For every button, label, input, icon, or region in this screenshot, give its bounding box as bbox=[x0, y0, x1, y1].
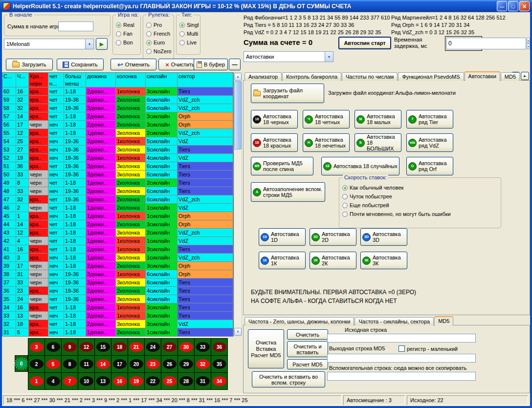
right-panel-tab-2[interactable]: Частоты по числам bbox=[342, 72, 398, 81]
dk-bet-button-0-2[interactable]: 3DАвтоставка 3D bbox=[360, 228, 407, 246]
toolbar-button-4[interactable]: В буфер bbox=[194, 59, 228, 70]
clear-paste-aux-button[interactable]: Очистить и вставить во вспом. строку bbox=[252, 371, 325, 387]
history-row-45[interactable]: 451кра..неч1-181дюжи...1колонка1сиклайнO… bbox=[2, 212, 233, 220]
bet-button-2-2[interactable]: ОАвтоставка ряд Orf bbox=[406, 157, 453, 175]
history-row-34[interactable]: 3416кра..чет1-182дюжи...1колонка3сиклайн… bbox=[2, 303, 233, 312]
board-number-6[interactable]: 6 bbox=[45, 339, 61, 355]
board-number-2[interactable]: 2 bbox=[28, 356, 44, 372]
history-row-43[interactable]: 4312кра..чет1-181дюжи...3колонка2сиклайн… bbox=[2, 229, 233, 237]
history-row-51[interactable]: 5136кра..чет19-363дюжи...3колонка6сиклай… bbox=[2, 162, 233, 171]
board-number-28[interactable]: 28 bbox=[178, 373, 194, 389]
board-number-34[interactable]: 34 bbox=[211, 373, 227, 389]
history-row-42[interactable]: 424чернчет1-181дюжи...1колонка1сиклайнVd… bbox=[2, 237, 233, 245]
board-number-18[interactable]: 18 bbox=[111, 339, 128, 355]
history-row-60[interactable]: 6016кра..чет1-182дюжи...1колонка3сиклайн… bbox=[2, 87, 233, 96]
toolbar-button-1[interactable]: Сохранить bbox=[57, 59, 104, 70]
start-sum-input[interactable] bbox=[58, 21, 93, 31]
history-row-52[interactable]: 5219кра..неч19-362дюжи...1колонка4сиклай… bbox=[2, 154, 233, 162]
board-number-23[interactable]: 23 bbox=[145, 356, 161, 372]
board-number-5[interactable]: 5 bbox=[45, 356, 61, 372]
autospin-start-button[interactable]: Автоспин старт bbox=[338, 37, 391, 49]
board-number-12[interactable]: 12 bbox=[78, 339, 94, 355]
history-row-32[interactable]: 3218кра..чет1-182дюжи...3колонка3сиклайн… bbox=[2, 320, 233, 328]
board-number-7[interactable]: 7 bbox=[62, 373, 78, 389]
history-row-33[interactable]: 3313черннеч1-182дюжи...1колонка3сиклайнT… bbox=[2, 312, 233, 320]
bottom-panel-tab-2[interactable]: MD5 bbox=[434, 316, 453, 326]
game-radio-option[interactable]: Fan bbox=[116, 30, 140, 38]
history-row-31[interactable]: 315кра..неч1-181дюжи...2колонка1сиклайнT… bbox=[2, 328, 233, 337]
dk-bet-button-0-0[interactable]: 1DАвтоставка 1D bbox=[259, 228, 306, 246]
history-row-55[interactable]: 5512кра..чет1-181дюжи...3колонка2сиклайн… bbox=[2, 129, 233, 137]
bet-button-2-0[interactable]: М5Проверить МД5 после спина bbox=[251, 157, 313, 175]
bet-button-1-2[interactable]: БАвтоставка 18 БОЛЬШИХ bbox=[355, 133, 401, 152]
board-number-15[interactable]: 15 bbox=[95, 339, 111, 355]
board-number-36[interactable]: 36 bbox=[211, 339, 227, 355]
minimize-button[interactable]: — bbox=[497, 1, 507, 11]
game-radio-option[interactable]: Real bbox=[116, 21, 140, 29]
board-number-32[interactable]: 32 bbox=[195, 356, 211, 372]
toolbar-button-2[interactable]: ↩Отменить bbox=[111, 59, 156, 70]
history-row-39[interactable]: 3917черннеч1-182дюжи...2колонка3сиклайнO… bbox=[2, 262, 233, 270]
source-string-input[interactable] bbox=[327, 334, 476, 343]
roulette-radio-option[interactable]: NoZero bbox=[146, 47, 174, 55]
load-coordinates-button[interactable]: Загрузить файл координат bbox=[251, 84, 324, 103]
board-number-31[interactable]: 31 bbox=[195, 373, 211, 389]
board-number-26[interactable]: 26 bbox=[161, 356, 177, 372]
history-row-46[interactable]: 462чернчет1-181дюжи...2колонка1сиклайнVd… bbox=[2, 204, 233, 212]
md5-clear-button[interactable]: Очистить bbox=[287, 329, 328, 340]
right-panel-tab-4[interactable]: Автоставки bbox=[465, 71, 500, 81]
tab-scroll-right-button[interactable]: ► bbox=[521, 72, 529, 80]
scrollbar-thumb[interactable] bbox=[234, 81, 242, 150]
speed-radio-option[interactable]: Еще побыстрей bbox=[342, 201, 501, 209]
board-number-4[interactable]: 4 bbox=[45, 373, 61, 389]
aux-string-input[interactable] bbox=[327, 372, 476, 381]
right-panel-tab-5[interactable]: MD5 bbox=[501, 72, 520, 81]
board-number-13[interactable]: 13 bbox=[95, 373, 111, 389]
history-row-57[interactable]: 5714кра..чет1-182дюжи...2колонка3сиклайн… bbox=[2, 112, 233, 121]
history-row-54[interactable]: 5425кра..неч19-363дюжи...1колонка5сиклай… bbox=[2, 137, 233, 146]
table-scrollbar[interactable]: ▲ ▼ bbox=[234, 72, 242, 336]
maximize-button[interactable]: □ bbox=[508, 1, 518, 11]
bet-button-1-0[interactable]: 18Автоставка 18 красных bbox=[251, 133, 298, 152]
speed-radio-option[interactable]: Чуток побыстрее bbox=[342, 193, 501, 200]
collapse-button[interactable]: — bbox=[229, 59, 241, 70]
delay-input[interactable] bbox=[446, 38, 526, 49]
run-button[interactable]: ▶ bbox=[96, 38, 108, 50]
history-row-40[interactable]: 403кра..неч1-181дюжи...3колонка1сиклайнV… bbox=[2, 254, 233, 262]
right-panel-tab-1[interactable]: Контроль банкролла bbox=[282, 72, 341, 81]
titlebar[interactable]: HelperRoullet 5.1- create helperroullet@… bbox=[0, 0, 532, 12]
type-radio-option[interactable]: Singl bbox=[179, 21, 200, 29]
board-number-21[interactable]: 21 bbox=[128, 339, 144, 355]
history-row-47[interactable]: 4732кра..чет19-363дюжи...2колонка6сиклай… bbox=[2, 195, 233, 204]
history-row-37[interactable]: 3733черннеч19-363дюжи...3колонка6сиклайн… bbox=[2, 279, 233, 287]
dk-bet-button-1-2[interactable]: 3КАвтоставка 3К bbox=[360, 252, 407, 269]
history-row-49[interactable]: 498чернчет1-181дюжи...2колонка2сиклайнTi… bbox=[2, 179, 233, 187]
roulette-radio-option[interactable]: Pro bbox=[146, 21, 174, 29]
board-number-20[interactable]: 20 bbox=[128, 356, 144, 372]
board-number-30[interactable]: 30 bbox=[178, 339, 194, 355]
board-number-35[interactable]: 35 bbox=[211, 356, 227, 372]
speed-radio-option[interactable]: Почти мгновенно, но могут быть ошибки bbox=[342, 210, 501, 218]
close-button[interactable]: × bbox=[519, 1, 530, 11]
history-row-38[interactable]: 3831черннеч19-363дюжи...1колонка6сиклайн… bbox=[2, 270, 233, 279]
bet-button-3-0[interactable]: ААвтозаполнение вспом. строки МД5 bbox=[251, 182, 325, 202]
board-number-17[interactable]: 17 bbox=[111, 356, 128, 372]
board-number-16[interactable]: 16 bbox=[111, 373, 128, 389]
spinner-down-button[interactable]: ▼ bbox=[527, 43, 530, 49]
history-row-35[interactable]: 3524чернчет19-362дюжи...3колонка4сиклайн… bbox=[2, 295, 233, 303]
toolbar-button-0[interactable]: Загрузить bbox=[6, 59, 53, 70]
roulette-radio-option[interactable]: Euro bbox=[146, 39, 174, 46]
board-number-29[interactable]: 29 bbox=[178, 356, 194, 372]
bet-button-1-1[interactable]: НАвтоставка 18 нечетных bbox=[303, 133, 350, 152]
md5-stack-button[interactable]: Очистка Вставка Расчет MD5 bbox=[248, 329, 284, 368]
type-radio-option[interactable]: Live bbox=[179, 39, 200, 46]
scrollbar-up-button[interactable]: ▲ bbox=[234, 73, 242, 81]
bet-button-1-3[interactable]: vdzАвтоставка ряд VdZ bbox=[406, 133, 453, 152]
game-radio-option[interactable]: Bon bbox=[116, 39, 140, 46]
board-number-19[interactable]: 19 bbox=[128, 373, 144, 389]
board-number-8[interactable]: 8 bbox=[62, 356, 78, 372]
board-number-27[interactable]: 27 bbox=[161, 339, 177, 355]
board-number-22[interactable]: 22 bbox=[145, 373, 161, 389]
history-row-53[interactable]: 5327кра..неч19-363дюжи...3колонка5сиклай… bbox=[2, 146, 233, 154]
scrollbar-down-button[interactable]: ▼ bbox=[234, 328, 242, 336]
